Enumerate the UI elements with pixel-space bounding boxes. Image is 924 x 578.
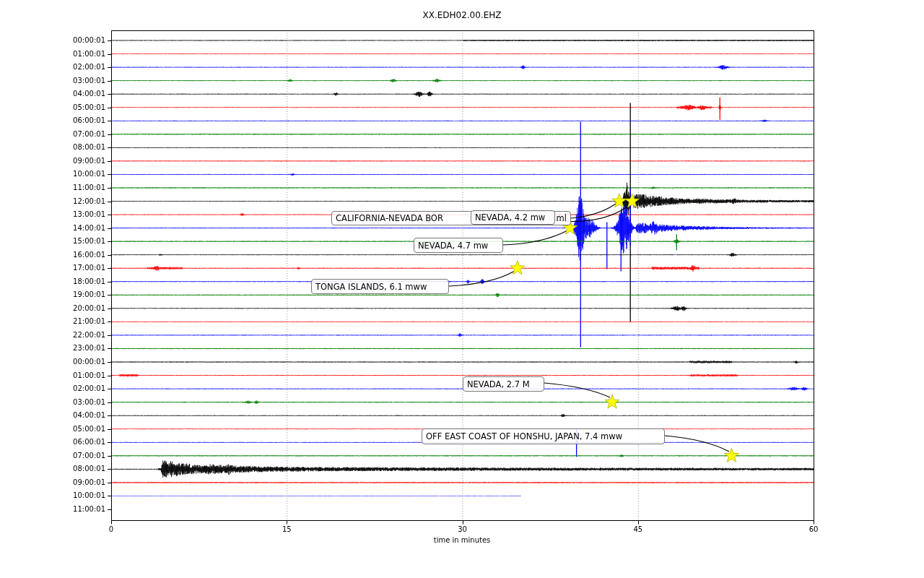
y-tick-label: 17:00:01 [29,264,105,272]
y-tick-label: 22:00:01 [29,331,105,340]
y-tick-label: 01:00:01 [29,50,105,59]
annotation-tonga-islands: TONGA ISLANDS, 6.1 mww [311,279,449,294]
y-tick-label: 10:00:01 [29,170,105,178]
y-tick-label: 15:00:01 [29,237,105,246]
annotation-nevada-4-2: NEVADA, 4.2 mw [471,210,555,225]
y-tick-label: 23:00:01 [29,344,105,353]
x-tick-label: 30 [447,525,479,533]
annotation-text: OFF EAST COAST OF HONSHU, JAPAN, 7.4 mww [426,431,622,441]
annotation-text: NEVADA, 4.2 mw [475,212,545,223]
annotation-nevada-2-7: NEVADA, 2.7 M [463,376,544,392]
y-tick-label: 08:00:01 [29,143,105,152]
annotation-off-east-coast-honshu: OFF EAST COAST OF HONSHU, JAPAN, 7.4 mww [422,428,665,444]
annotation-text: NEVADA, 4.7 mw [418,241,488,251]
x-tick-label: 45 [622,525,654,533]
y-tick-label: 14:00:01 [29,224,105,233]
annotation-nevada-4-7: NEVADA, 4.7 mw [414,238,503,253]
y-tick-label: 00:00:01 [29,36,105,45]
y-tick-label: 08:00:01 [29,465,105,473]
y-tick-label: 04:00:01 [29,90,105,98]
y-tick-label: 11:00:01 [29,184,105,192]
y-tick-label: 21:00:01 [29,317,105,326]
annotation-text: NEVADA, 2.7 M [467,379,530,389]
y-tick-label: 12:00:01 [29,197,105,206]
y-tick-label: 07:00:01 [29,452,105,460]
y-tick-label: 16:00:01 [29,251,105,259]
y-tick-label: 09:00:01 [29,157,105,165]
y-tick-label: 01:00:01 [29,371,105,380]
y-tick-label: 10:00:01 [29,491,105,500]
y-tick-label: 19:00:01 [29,290,105,299]
y-tick-label: 07:00:01 [29,130,105,139]
y-tick-label: 11:00:01 [29,505,105,514]
y-tick-label: 18:00:01 [29,277,105,286]
plot-title: XX.EDH02.00.EHZ [0,10,924,20]
y-tick-label: 13:00:01 [29,210,105,219]
x-tick-label: 15 [271,525,302,533]
annotation-text: TONGA ISLANDS, 6.1 mww [315,282,427,292]
y-tick-label: 03:00:01 [29,398,105,407]
x-tick-label: 60 [798,525,829,533]
annotation-text: CALIFORNIA-NEVADA BOR [336,213,443,223]
x-tick-label: 0 [95,525,127,533]
annotation-text-suffix: ml [557,213,567,223]
y-tick-label: 05:00:01 [29,425,105,434]
seismogram-dayplot: XX.EDH02.00.EHZ time in minutes 00:00:01… [0,0,924,578]
y-tick-label: 20:00:01 [29,304,105,313]
y-tick-label: 06:00:01 [29,116,105,125]
seismogram-canvas [0,0,924,578]
y-tick-label: 02:00:01 [29,384,105,393]
y-tick-label: 02:00:01 [29,63,105,72]
y-tick-label: 09:00:01 [29,478,105,487]
y-tick-label: 00:00:01 [29,358,105,366]
y-tick-label: 05:00:01 [29,103,105,112]
y-tick-label: 06:00:01 [29,438,105,447]
y-tick-label: 03:00:01 [29,77,105,85]
y-tick-label: 04:00:01 [29,411,105,420]
x-axis-label: time in minutes [0,536,924,544]
